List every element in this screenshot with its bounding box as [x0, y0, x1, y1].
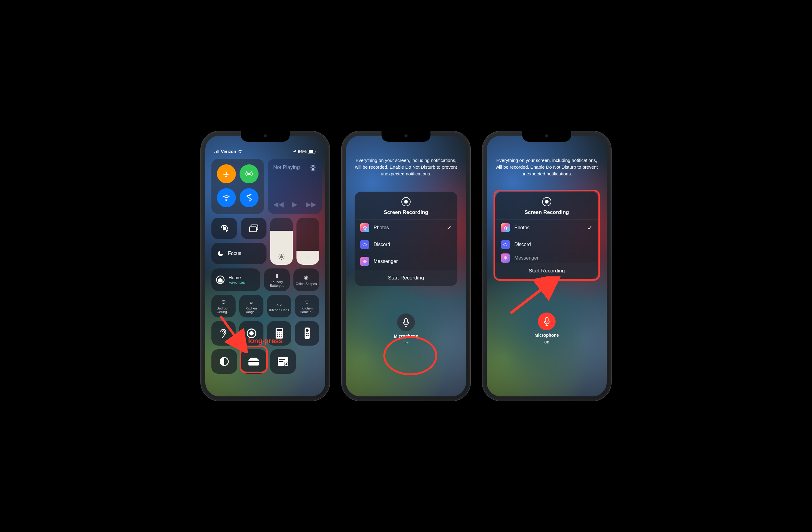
notch	[241, 131, 290, 142]
media-module[interactable]: Not Playing ◀◀ ▶ ▶▶	[268, 159, 322, 214]
accessory-bedroom-ceiling[interactable]: ⊝ Bedroom Ceiling…	[212, 295, 236, 317]
accessory-label: Kitchen HomeP…	[296, 306, 318, 314]
previous-track-icon[interactable]: ◀◀	[273, 201, 284, 209]
ear-icon	[219, 328, 228, 339]
svg-point-28	[280, 336, 281, 337]
svg-rect-13	[249, 227, 256, 232]
accessory-label: Kitchen Cans	[269, 308, 289, 312]
record-icon	[402, 197, 410, 206]
screen-mirroring-button[interactable]	[241, 218, 266, 239]
svg-point-7	[248, 173, 250, 174]
svg-rect-33	[306, 335, 307, 336]
microphone-label: Microphone	[394, 334, 418, 339]
microphone-icon	[403, 318, 409, 327]
volume-slider[interactable]	[296, 218, 319, 265]
quick-note-button[interactable]	[270, 349, 296, 374]
accessory-office-shapes[interactable]: ◉ Office Shapes	[293, 269, 319, 291]
discord-app-icon: ⬭	[501, 240, 510, 249]
checkmark-icon: ✓	[447, 224, 452, 231]
svg-rect-0	[215, 152, 215, 153]
calculator-button[interactable]	[267, 321, 291, 346]
screen-recording-options-mic-off: Everything on your screen, including not…	[346, 135, 466, 397]
orientation-lock-button[interactable]	[212, 218, 237, 239]
antenna-icon	[245, 170, 253, 178]
messenger-app-icon: ✵	[360, 257, 369, 266]
screen-recording-options-mic-on: Everything on your screen, including not…	[487, 135, 607, 397]
svg-point-14	[280, 256, 283, 258]
dark-mode-button[interactable]	[212, 349, 237, 374]
remote-icon	[304, 328, 310, 339]
airplane-mode-toggle[interactable]	[217, 164, 236, 183]
battery-accessory-icon: ▮	[275, 272, 278, 279]
sheet-title: Screen Recording	[524, 210, 569, 215]
cellular-data-toggle[interactable]	[240, 164, 259, 183]
home-favorites-button[interactable]: Home Favorites	[212, 269, 260, 291]
signal-icon	[215, 150, 219, 153]
brightness-slider[interactable]	[270, 218, 293, 265]
microphone-toggle[interactable]	[538, 313, 556, 330]
svg-rect-36	[248, 359, 259, 366]
phone-frame-2: Everything on your screen, including not…	[342, 131, 470, 401]
start-recording-button[interactable]: Start Recording	[354, 270, 458, 286]
notch	[522, 131, 571, 142]
record-icon	[542, 197, 551, 206]
play-icon[interactable]: ▶	[292, 201, 298, 209]
moon-icon	[217, 250, 224, 257]
svg-point-27	[279, 336, 280, 337]
destination-messenger[interactable]: ✵ Messenger	[495, 253, 598, 263]
svg-rect-19	[277, 329, 282, 331]
accessory-kitchen-homepod[interactable]: ⬭ Kitchen HomeP…	[295, 295, 319, 317]
destination-messenger[interactable]: ✵ Messenger	[354, 253, 458, 270]
destination-label: Discord	[374, 242, 390, 247]
home-icon	[216, 275, 225, 284]
orientation-lock-icon	[220, 224, 229, 233]
focus-button[interactable]: Focus	[212, 243, 266, 264]
brightness-icon	[278, 253, 285, 260]
accessory-laundry[interactable]: ▮ Laundry Battery…	[264, 269, 290, 291]
svg-rect-6	[309, 150, 313, 153]
wifi-toggle[interactable]	[217, 188, 236, 207]
microphone-state: Off	[404, 341, 408, 345]
recording-info-text: Everything on your screen, including not…	[354, 157, 458, 177]
remote-button[interactable]	[295, 321, 319, 346]
next-track-icon[interactable]: ▶▶	[306, 201, 316, 209]
hearing-button[interactable]	[212, 321, 236, 346]
destination-photos[interactable]: ✿ Photos ✓	[495, 219, 598, 236]
connectivity-module[interactable]	[212, 159, 264, 214]
svg-point-23	[277, 334, 278, 335]
screen-mirroring-icon	[249, 225, 258, 232]
volume-icon	[304, 253, 311, 260]
start-recording-label: Start Recording	[529, 268, 565, 274]
wifi-icon	[222, 194, 230, 202]
svg-point-30	[306, 329, 309, 332]
photos-app-icon: ✿	[501, 223, 510, 232]
homepod-icon: ⬭	[305, 299, 309, 305]
svg-point-22	[280, 332, 281, 333]
svg-point-20	[277, 332, 278, 333]
destination-label: Photos	[514, 225, 530, 230]
screen-recording-button[interactable]	[239, 321, 263, 346]
destination-photos[interactable]: ✿ Photos ✓	[354, 219, 458, 236]
microphone-toggle[interactable]	[397, 314, 415, 331]
svg-rect-32	[307, 333, 309, 334]
bluetooth-toggle[interactable]	[240, 188, 259, 207]
microphone-label: Microphone	[535, 333, 559, 337]
record-icon	[246, 328, 257, 339]
destination-discord[interactable]: ⬭ Discord	[495, 236, 598, 253]
checkmark-icon: ✓	[588, 224, 593, 231]
svg-point-10	[312, 166, 314, 169]
accessory-kitchen-cans[interactable]: ◡ Kitchen Cans	[267, 295, 291, 317]
recording-info-text: Everything on your screen, including not…	[495, 157, 598, 177]
recording-sheet: Screen Recording ✿ Photos ✓ ⬭ Discord	[495, 192, 598, 279]
destination-discord[interactable]: ⬭ Discord	[354, 236, 458, 253]
accessory-kitchen-range[interactable]: ⏛ Kitchen Range…	[239, 295, 263, 317]
microphone-icon	[543, 317, 550, 326]
home-title: Home	[229, 275, 245, 280]
airplay-icon[interactable]	[310, 164, 316, 171]
home-subtitle: Favorites	[229, 280, 245, 285]
start-recording-button[interactable]: Start Recording	[495, 263, 598, 279]
wallet-button[interactable]	[241, 349, 266, 374]
svg-rect-34	[307, 335, 309, 336]
battery-pct-label: 66%	[298, 149, 307, 154]
svg-point-21	[279, 332, 280, 333]
